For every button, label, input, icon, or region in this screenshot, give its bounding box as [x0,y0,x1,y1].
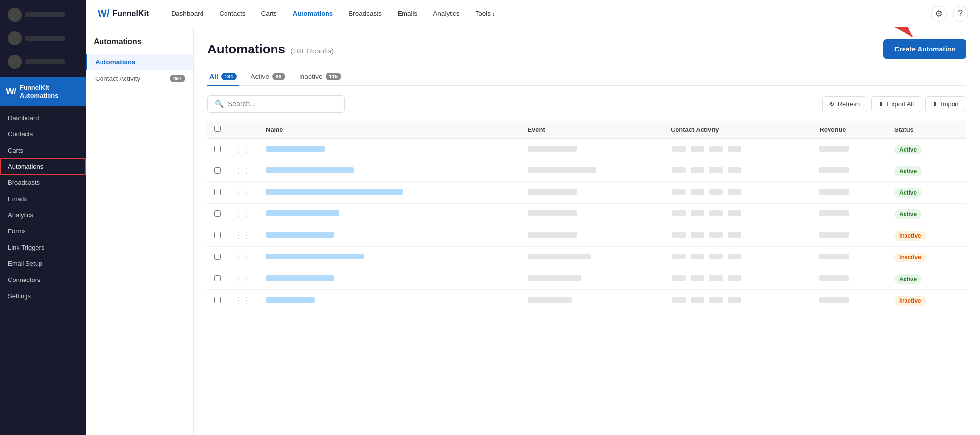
table-row[interactable]: ⋮⋮ Active [207,268,966,290]
secondary-nav-automations[interactable]: Automations [86,54,193,70]
row-name[interactable] [259,160,521,182]
stat-3 [709,297,723,303]
secondary-nav-contact-activity[interactable]: Contact Activity 497 [86,70,193,87]
row-name[interactable] [259,290,521,311]
tab-inactive[interactable]: Inactive 115 [297,69,344,86]
col-contact-activity[interactable]: Contact Activity [664,121,812,139]
row-drag-handle[interactable]: ⋮⋮ [227,204,259,225]
col-status[interactable]: Status [887,121,966,139]
row-drag-handle[interactable]: ⋮⋮ [227,225,259,247]
automation-name [266,167,354,173]
topnav-emails[interactable]: Emails [391,6,425,21]
row-drag-handle[interactable]: ⋮⋮ [227,247,259,268]
tab-all[interactable]: All 181 [207,69,239,86]
refresh-button[interactable]: ↻ Refresh [822,96,868,112]
tab-active[interactable]: Active 66 [249,69,287,86]
sidebar-user-1[interactable] [6,5,80,25]
sidebar-item-label: Dashboard [8,114,39,122]
select-all-checkbox[interactable] [214,126,221,132]
import-button[interactable]: ⬆ Import [925,96,966,112]
automation-revenue [819,167,849,173]
row-name[interactable] [259,182,521,204]
sidebar-item-settings[interactable]: Settings [0,288,86,304]
sidebar-item-automations[interactable]: Automations [0,158,86,175]
row-name[interactable] [259,225,521,247]
stat-3 [709,275,723,281]
topnav-analytics[interactable]: Analytics [426,6,466,21]
row-checkbox[interactable] [214,232,221,238]
row-checkbox[interactable] [214,254,221,260]
drag-icon: ⋮⋮ [234,188,250,197]
tab-inactive-count: 115 [326,73,341,80]
row-name[interactable] [259,139,521,160]
stat-2 [691,254,704,259]
stat-3 [709,254,723,259]
sidebar-item-dashboard[interactable]: Dashboard [0,110,86,126]
sidebar-item-link-triggers[interactable]: Link Triggers [0,239,86,256]
topnav-dashboard[interactable]: Dashboard [164,6,210,21]
row-name[interactable] [259,204,521,225]
secondary-nav-label: Contact Activity [95,75,140,82]
topnav-automations[interactable]: Automations [286,6,340,21]
row-checkbox[interactable] [214,189,221,195]
topnav-contacts[interactable]: Contacts [212,6,252,21]
sidebar-item-label: Emails [8,195,27,203]
table-row[interactable]: ⋮⋮ Inactive [207,290,966,311]
topnav-tools[interactable]: Tools [468,6,502,21]
table-row[interactable]: ⋮⋮ Active [207,182,966,204]
sidebar-item-connectors[interactable]: Connectors [0,272,86,288]
row-drag-handle[interactable]: ⋮⋮ [227,290,259,311]
sidebar-user-2[interactable] [6,28,80,48]
row-name[interactable] [259,247,521,268]
search-box[interactable]: 🔍 [207,95,345,113]
topnav-logo[interactable]: W/ FunnelKit [98,8,149,19]
row-checkbox[interactable] [214,275,221,281]
row-status: Active [887,139,966,160]
row-checkbox[interactable] [214,167,221,174]
sidebar-user-3[interactable] [6,52,80,72]
topnav-carts[interactable]: Carts [254,6,284,21]
row-revenue [812,139,887,160]
sidebar-brand[interactable]: W/ FunnelKit Automations [0,77,86,106]
sidebar-item-analytics[interactable]: Analytics [0,207,86,223]
table-row[interactable]: ⋮⋮ Inactive [207,225,966,247]
table-row[interactable]: ⋮⋮ Active [207,139,966,160]
table-row[interactable]: ⋮⋮ Inactive [207,247,966,268]
settings-icon-button[interactable]: ⚙ [931,6,947,22]
sidebar-item-contacts[interactable]: Contacts [0,126,86,142]
row-checkbox[interactable] [214,146,221,152]
stat-3 [709,167,723,173]
stat-3 [709,146,723,152]
row-checkbox[interactable] [214,210,221,217]
help-icon-button[interactable]: ? [953,6,968,22]
row-drag-handle[interactable]: ⋮⋮ [227,182,259,204]
row-checkbox-cell [207,225,227,247]
stat-2 [691,146,704,152]
row-drag-handle[interactable]: ⋮⋮ [227,139,259,160]
export-all-button[interactable]: ⬇ Export All [871,96,921,112]
sidebar-item-email-setup[interactable]: Email Setup [0,256,86,272]
col-name[interactable]: Name [259,121,521,139]
row-checkbox[interactable] [214,297,221,303]
refresh-icon: ↻ [829,101,835,108]
stat-3 [709,210,723,216]
page-title-text: Automations [207,42,285,57]
sidebar-item-carts[interactable]: Carts [0,142,86,158]
page-title: Automations (181 Results) [207,42,334,57]
sidebar-item-broadcasts[interactable]: Broadcasts [0,175,86,191]
sidebar-item-emails[interactable]: Emails [0,191,86,207]
row-name[interactable] [259,268,521,290]
table-row[interactable]: ⋮⋮ Active [207,160,966,182]
table-row[interactable]: ⋮⋮ Active [207,204,966,225]
col-event[interactable]: Event [521,121,664,139]
row-contact-activity [664,204,812,225]
automation-event [528,232,577,238]
col-revenue[interactable]: Revenue [812,121,887,139]
create-automation-button[interactable]: Create Automation [883,39,966,59]
sidebar-item-forms[interactable]: Forms [0,223,86,239]
search-input[interactable] [228,100,337,108]
stat-2 [691,297,704,303]
row-drag-handle[interactable]: ⋮⋮ [227,160,259,182]
topnav-broadcasts[interactable]: Broadcasts [342,6,389,21]
row-drag-handle[interactable]: ⋮⋮ [227,268,259,290]
